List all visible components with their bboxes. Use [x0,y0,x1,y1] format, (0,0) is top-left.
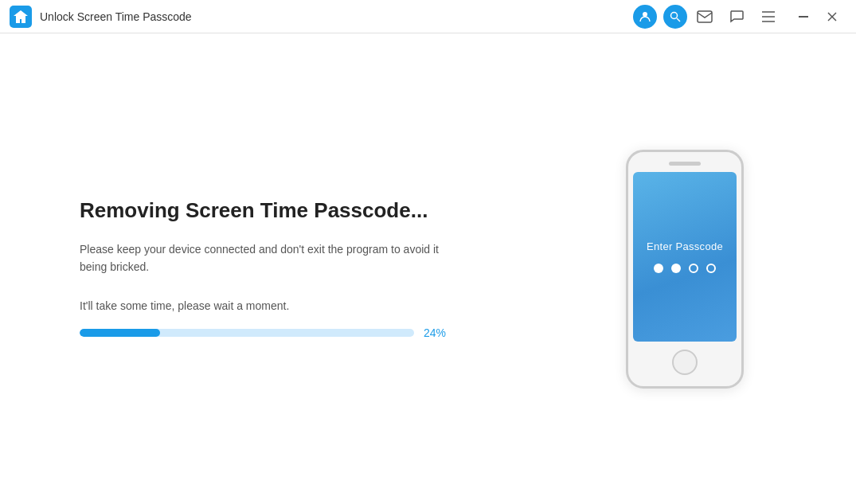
progress-bar-track [80,329,414,337]
phone-mockup: Enter Passcode [625,150,745,389]
main-heading: Removing Screen Time Passcode... [80,198,494,223]
description-line2: being bricked. [80,260,149,273]
progress-percent-label: 24% [424,326,452,339]
passcode-dots [654,264,716,273]
window-controls [789,2,846,31]
progress-row: 24% [80,326,494,339]
chat-icon-button[interactable] [722,2,751,31]
svg-point-2 [671,12,678,18]
main-content: Removing Screen Time Passcode... Please … [0,33,856,504]
passcode-dot-2 [671,264,681,273]
search-icon-button[interactable] [663,5,687,29]
app-title: Unlock Screen Time Passcode [40,10,633,23]
svg-point-1 [643,12,647,17]
svg-rect-4 [698,11,712,22]
description-line1: Please keep your device connected and do… [80,243,439,256]
phone-home-button [672,350,698,375]
description: Please keep your device connected and do… [80,240,494,276]
progress-bar-fill [80,329,160,337]
menu-icon-button[interactable] [754,2,783,31]
passcode-dot-4 [706,264,716,273]
toolbar-icons [633,2,846,31]
close-button[interactable] [818,2,846,31]
minimize-button[interactable] [789,2,818,31]
phone-outer: Enter Passcode [626,150,744,389]
mail-icon-button[interactable] [690,2,719,31]
svg-rect-8 [799,16,808,18]
enter-passcode-label: Enter Passcode [647,240,723,252]
phone-speaker [669,162,701,166]
title-bar: Unlock Screen Time Passcode [0,0,856,33]
passcode-dot-1 [654,264,663,273]
wait-text: It'll take some time, please wait a mome… [80,299,494,312]
phone-screen: Enter Passcode [633,172,737,342]
home-icon[interactable] [10,6,32,28]
svg-line-3 [677,18,680,21]
left-panel: Removing Screen Time Passcode... Please … [80,198,494,340]
passcode-dot-3 [689,264,698,273]
user-icon-button[interactable] [633,5,657,29]
